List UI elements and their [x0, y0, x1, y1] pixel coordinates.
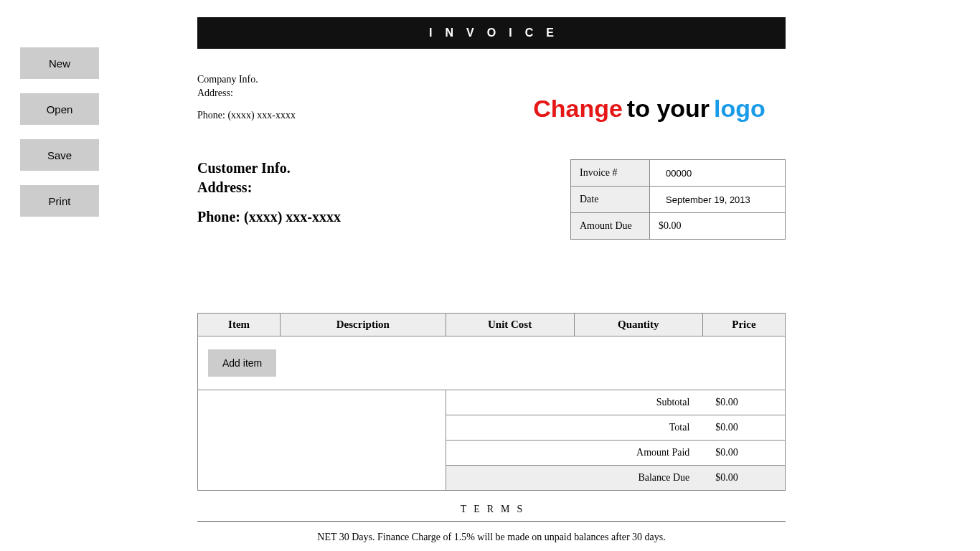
balance-due-label: Balance Due	[446, 465, 702, 490]
col-description: Description	[281, 313, 446, 336]
open-button[interactable]: Open	[20, 93, 99, 125]
logo-word-2: to your	[627, 95, 710, 122]
col-item: Item	[198, 313, 281, 336]
invoice-date-label: Date	[571, 187, 650, 213]
amount-paid-value[interactable]: $0.00	[702, 440, 785, 465]
amount-due-label: Amount Due	[571, 213, 650, 240]
subtotal-value: $0.00	[702, 390, 785, 415]
balance-due-value: $0.00	[702, 465, 785, 490]
terms-text: NET 30 Days. Finance Charge of 1.5% will…	[197, 532, 786, 543]
total-label: Total	[446, 415, 702, 440]
logo-word-3: logo	[714, 95, 765, 122]
amount-paid-label: Amount Paid	[446, 440, 702, 465]
logo-word-1: Change	[533, 95, 623, 122]
invoice-banner: INVOICE	[197, 17, 786, 49]
save-button[interactable]: Save	[20, 139, 99, 171]
total-value: $0.00	[702, 415, 785, 440]
invoice-number-label: Invoice #	[571, 160, 650, 187]
col-price: Price	[702, 313, 785, 336]
totals-spacer	[198, 390, 446, 490]
add-item-button[interactable]: Add item	[208, 349, 276, 377]
col-unit-cost: Unit Cost	[446, 313, 574, 336]
amount-due-value: $0.00	[650, 213, 786, 240]
new-button[interactable]: New	[20, 47, 99, 79]
col-quantity: Quantity	[574, 313, 702, 336]
logo-placeholder[interactable]: Changeto yourlogo	[527, 96, 771, 121]
company-name: Company Info.	[197, 73, 786, 87]
sidebar: New Open Save Print	[20, 47, 99, 231]
invoice-number-value[interactable]: 00000	[650, 160, 786, 187]
terms-heading: TERMS	[197, 504, 786, 522]
add-item-cell: Add item	[198, 336, 786, 390]
line-items-table: Item Description Unit Cost Quantity Pric…	[197, 313, 786, 491]
invoice-meta-table: Invoice # 00000 Date September 19, 2013 …	[570, 159, 786, 240]
invoice-date-value[interactable]: September 19, 2013	[650, 187, 786, 213]
invoice-page: INVOICE Company Info. Address: Phone: (x…	[197, 17, 786, 543]
subtotal-label: Subtotal	[446, 390, 702, 415]
print-button[interactable]: Print	[20, 185, 99, 217]
